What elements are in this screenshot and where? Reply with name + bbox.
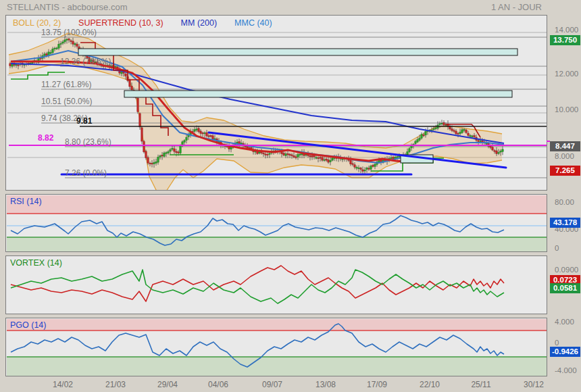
axis-tick-label: -4.000: [555, 366, 577, 374]
axis-tick-label: 0: [555, 339, 559, 347]
x-axis-label: 29/04: [157, 380, 178, 389]
legend-item[interactable]: MMC (40): [234, 18, 272, 28]
overbought-zone: [7, 195, 547, 214]
vortex-panel[interactable]: VORTEX (14): [5, 255, 547, 314]
fib-level-label: 12.36 (78.6%): [60, 57, 111, 66]
last-value-badge: -0.9426: [550, 347, 580, 357]
vortex-plus-curve: [11, 270, 504, 303]
last-value-badge: 7.265: [550, 166, 580, 176]
period-label: 1 AN - JOUR: [491, 2, 542, 12]
axis-tick-label: 80.00: [555, 198, 574, 206]
fib-level-label: 8.80 (23.6%): [65, 137, 111, 147]
x-axis-label: 30/12: [524, 380, 544, 389]
vortex-canvas[interactable]: [6, 256, 547, 314]
rsi-canvas[interactable]: [6, 195, 547, 251]
axis-tick-label: 8.000: [555, 152, 574, 160]
fib-level-label: 13.75 (100.0%): [41, 28, 97, 37]
supertrend-green-line: [11, 72, 65, 79]
last-value-badge: 13.750: [550, 35, 580, 45]
rsi-panel[interactable]: RSI (14): [5, 194, 547, 252]
oversold-zone: [7, 357, 547, 376]
x-axis-label: 21/03: [105, 380, 126, 389]
overbought-zone: [7, 319, 547, 330]
price-annotation: 8.82: [38, 133, 54, 143]
axis-tick-label: 4.000: [555, 318, 574, 326]
time-axis: 14/0221/0329/0404/0609/0713/0817/0922/10…: [0, 378, 581, 392]
resistance-zone[interactable]: [78, 49, 517, 55]
legend-item[interactable]: MM (200): [181, 18, 217, 28]
fib-level-label: 11.27 (61.8%): [41, 80, 92, 89]
price-axis: 14.00012.00010.0008.00080.0040.00000.090…: [549, 0, 581, 392]
main-price-panel[interactable]: BOLL (20, 2)SUPERTREND (10, 3)MM (200)MM…: [5, 15, 547, 191]
vortex-label[interactable]: VORTEX (14): [10, 258, 62, 268]
level-axis-mark: [547, 141, 550, 142]
axis-tick-label: 0.0900: [555, 266, 578, 274]
fib-level-label: 10.51 (50.0%): [41, 97, 92, 106]
fib-level-label: 7.26 (0.0%): [65, 168, 107, 178]
rsi-label[interactable]: RSI (14): [10, 197, 42, 206]
vortex-minus-curve: [11, 266, 504, 301]
resistance-zone[interactable]: [124, 91, 512, 97]
axis-tick-label: 12.000: [555, 70, 578, 78]
x-axis-label: 25/11: [471, 380, 490, 389]
x-axis-label: 13/08: [315, 380, 336, 389]
x-axis-label: 14/02: [53, 380, 73, 389]
x-axis-label: 22/10: [420, 380, 440, 389]
axis-tick-label: 14.000: [555, 26, 578, 34]
main-chart-canvas[interactable]: 13.75 (100.0%)12.36 (78.6%)11.27 (61.8%)…: [6, 16, 547, 190]
axis-tick-label: 10.000: [555, 105, 578, 114]
x-axis-label: 17/09: [367, 380, 387, 389]
legend-item[interactable]: SUPERTREND (10, 3): [78, 18, 163, 28]
chart-title: STELLANTIS - abcbourse.com: [7, 2, 127, 12]
last-value-badge: 0.0581: [550, 283, 580, 293]
price-annotation: 9.81: [76, 116, 93, 126]
axis-tick-label: 0: [555, 244, 559, 252]
x-axis-label: 04/06: [208, 380, 228, 389]
pgo-label[interactable]: PGO (14): [10, 320, 47, 330]
x-axis-label: 09/07: [262, 380, 282, 389]
chart-application: STELLANTIS - abcbourse.com 1 AN - JOUR B…: [0, 0, 581, 392]
oversold-zone: [7, 237, 547, 251]
pgo-canvas[interactable]: [6, 318, 547, 376]
legend-item[interactable]: BOLL (20, 2): [13, 18, 61, 28]
last-value-badge: 8.447: [550, 141, 580, 151]
indicator-legend: BOLL (20, 2)SUPERTREND (10, 3)MM (200)MM…: [13, 18, 290, 28]
last-value-badge: 43.178: [550, 218, 580, 228]
pgo-panel[interactable]: PGO (14): [5, 318, 547, 376]
